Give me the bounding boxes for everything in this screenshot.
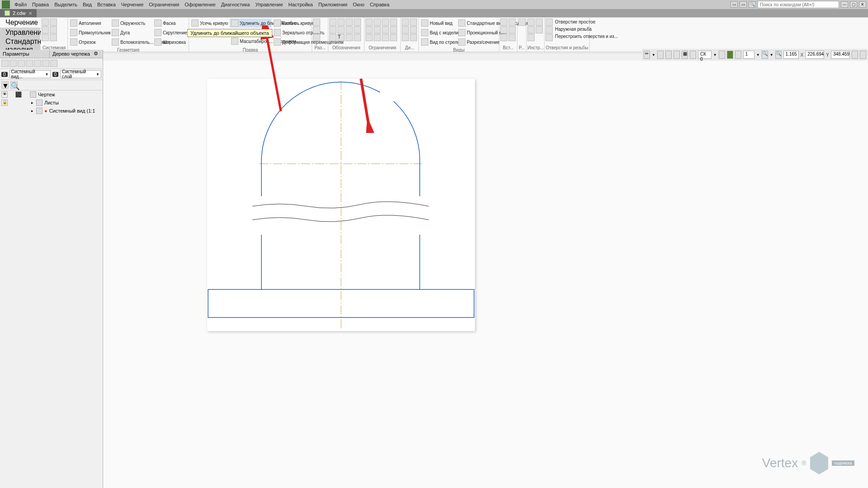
d6-icon[interactable]: [410, 34, 417, 41]
scale-button[interactable]: Масштабиров... указанием: [230, 37, 271, 46]
new-icon[interactable]: [42, 19, 49, 26]
x-field[interactable]: 226.694: [805, 51, 824, 59]
arrowview-button[interactable]: Вид по стрелке: [420, 38, 456, 47]
c2-icon[interactable]: [365, 26, 373, 33]
gear-icon[interactable]: ⚙: [94, 51, 100, 57]
c11-icon[interactable]: [390, 26, 397, 33]
i2-icon[interactable]: [500, 26, 508, 33]
ribbon-tab-manage[interactable]: Управление: [0, 28, 40, 38]
zoom-in-icon[interactable]: 🔍: [775, 51, 782, 59]
modelview-button[interactable]: Вид с модели...: [420, 28, 456, 37]
thread-button[interactable]: Наружная резьба: [554, 26, 588, 33]
autoline-button[interactable]: Автолиния: [69, 19, 109, 28]
grid-icon[interactable]: ▦: [682, 51, 688, 59]
menu-constraints[interactable]: Ограничения: [146, 2, 182, 7]
hatch-button[interactable]: Штриховка: [153, 38, 187, 47]
zoom-out-icon[interactable]: 🔍: [762, 51, 768, 59]
h3-icon[interactable]: [545, 34, 553, 41]
break-button[interactable]: Разбить кривую: [272, 19, 311, 28]
sb-icon[interactable]: [665, 51, 672, 59]
ribbon-tab-drawing[interactable]: Черчение: [0, 18, 40, 28]
sb-icon[interactable]: [852, 51, 858, 59]
close-button[interactable]: ✕: [859, 1, 866, 8]
t2-icon[interactable]: [527, 26, 535, 33]
t4-icon[interactable]: [536, 19, 543, 26]
dim3-icon[interactable]: [313, 34, 320, 41]
i5-icon[interactable]: [508, 26, 516, 33]
deform-button[interactable]: Деформация перемещением: [272, 38, 311, 47]
text-icon[interactable]: T: [337, 34, 345, 41]
pt7-icon[interactable]: [50, 60, 57, 67]
canvas[interactable]: Vertex® подписка: [103, 61, 868, 488]
arc-button[interactable]: Дуга: [110, 28, 152, 37]
view-combo[interactable]: Системный вид...▼: [9, 70, 51, 78]
c6-icon[interactable]: [374, 34, 381, 41]
menu-file[interactable]: Файл: [12, 2, 29, 7]
sb-icon[interactable]: [657, 51, 664, 59]
i6-icon[interactable]: [508, 34, 516, 41]
sb-icon[interactable]: [735, 51, 741, 59]
note4-icon[interactable]: [337, 19, 345, 26]
stdviews-button[interactable]: Стандартные виды с модели...: [457, 19, 498, 28]
note1-icon[interactable]: [329, 19, 337, 26]
eye-icon[interactable]: 👁: [1, 91, 8, 98]
menu-view[interactable]: Вид: [80, 2, 95, 7]
sb-icon[interactable]: [860, 51, 866, 59]
note3-icon[interactable]: [329, 34, 337, 41]
layer-combo[interactable]: Системный слой▼: [60, 70, 101, 78]
tab-close-icon[interactable]: ✕: [28, 11, 32, 16]
command-search-input[interactable]: [758, 1, 839, 8]
aux-button[interactable]: Вспомогатель... прямая: [110, 38, 152, 47]
section-button[interactable]: Разрез/сечение: [457, 38, 498, 47]
print-icon[interactable]: [50, 26, 57, 33]
tree-panel-header[interactable]: Дерево чертежа⚙: [50, 50, 103, 58]
sb-icon[interactable]: ✏: [644, 51, 650, 59]
d5-icon[interactable]: [410, 26, 417, 33]
menu-settings[interactable]: Настройка: [286, 2, 316, 7]
note11-icon[interactable]: [354, 26, 361, 33]
d1-icon[interactable]: [402, 19, 409, 26]
c8-icon[interactable]: [382, 26, 389, 33]
pt3-icon[interactable]: [18, 60, 25, 67]
lock-icon[interactable]: 🔒: [1, 99, 8, 106]
dim2-icon[interactable]: [313, 26, 320, 33]
c4-icon[interactable]: [374, 19, 381, 26]
c1-icon[interactable]: [365, 19, 373, 26]
c3-icon[interactable]: [365, 34, 373, 41]
pt4-icon[interactable]: [26, 60, 33, 67]
expander-icon[interactable]: ▸: [30, 100, 34, 105]
newview-button[interactable]: Новый вид: [420, 19, 456, 28]
mirror-button[interactable]: Зеркально отразить: [272, 28, 311, 37]
menu-insert[interactable]: Вставка: [95, 2, 119, 7]
tree-root[interactable]: Чертеж: [28, 90, 103, 99]
redo-icon[interactable]: [50, 34, 57, 41]
filter-icon[interactable]: ▼: [1, 81, 9, 89]
projview-button[interactable]: Проекционный вид: [457, 28, 498, 37]
t5-icon[interactable]: [536, 26, 543, 33]
h2-icon[interactable]: [545, 26, 553, 33]
chamfer-button[interactable]: Фаска: [153, 19, 187, 28]
document-tab[interactable]: 2.cdw ✕: [0, 9, 37, 17]
tree-sysview[interactable]: ▸ ● Системный вид (1:1: [28, 107, 103, 115]
undo-icon[interactable]: [42, 34, 49, 41]
menu-window[interactable]: Окно: [350, 2, 367, 7]
rebuild-button[interactable]: Перестроить отверстия и из...: [554, 33, 588, 40]
open-icon[interactable]: [42, 26, 49, 33]
sb-icon[interactable]: [727, 51, 733, 59]
note2-icon[interactable]: [329, 26, 337, 33]
d4-icon[interactable]: [410, 19, 417, 26]
note5-icon[interactable]: [337, 26, 345, 33]
circle-button[interactable]: Окружность: [110, 19, 152, 28]
c10-icon[interactable]: [390, 19, 397, 26]
t3-icon[interactable]: [527, 34, 535, 41]
menu-apps[interactable]: Приложения: [316, 2, 350, 7]
d3-icon[interactable]: [402, 34, 409, 41]
menu-select[interactable]: Выделить: [52, 2, 80, 7]
c9-icon[interactable]: [382, 34, 389, 41]
cs-field[interactable]: СК 0: [698, 51, 711, 59]
sb-icon[interactable]: [719, 51, 725, 59]
expander-icon[interactable]: ▸: [30, 109, 34, 113]
layout-2-icon[interactable]: ▭: [740, 1, 747, 8]
menu-edit[interactable]: Правка: [29, 2, 52, 7]
c7-icon[interactable]: [382, 19, 389, 26]
